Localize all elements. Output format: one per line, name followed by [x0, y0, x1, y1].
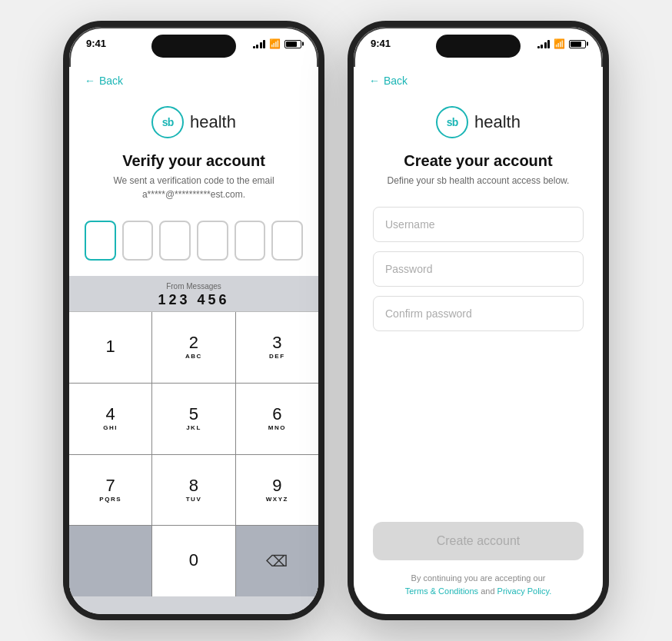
phone2-content: ← Back sb health Create your account Def… [354, 67, 603, 614]
subtitle-line1: We sent a verification code to the email [113, 175, 274, 186]
verify-screen: ← Back sb health Verify your account We … [69, 67, 318, 614]
dynamic-island [151, 35, 236, 58]
phone-verify: 9:41 📶 ← Back sb health [63, 21, 324, 620]
verify-title: Verify your account [69, 144, 318, 174]
otp-box-4[interactable] [197, 221, 228, 261]
sb-logo-1: sb [151, 106, 184, 138]
battery-icon-1 [284, 40, 301, 48]
battery-icon-2 [569, 40, 586, 48]
key-4[interactable]: 4GHI [69, 384, 151, 454]
verify-subtitle: We sent a verification code to the email… [69, 174, 318, 213]
wifi-icon-1: 📶 [269, 38, 281, 49]
back-button-2[interactable]: ← Back [354, 67, 603, 95]
create-account-button[interactable]: Create account [373, 522, 584, 560]
key-delete[interactable]: ⌫ [236, 526, 318, 596]
key-2[interactable]: 2ABC [152, 312, 235, 383]
suggestion-bar: From Messages 123 456 [69, 276, 318, 312]
phone1-content: ← Back sb health Verify your account We … [69, 67, 318, 614]
otp-box-5[interactable] [235, 221, 266, 261]
logo-health-1: health [190, 112, 236, 132]
form-area [354, 199, 603, 514]
footer-terms-link[interactable]: Terms & Conditions [405, 586, 478, 596]
footer-text: By continuing you are accepting our Term… [354, 568, 603, 614]
status-icons-1: 📶 [253, 38, 302, 49]
otp-box-2[interactable] [122, 221, 154, 261]
status-icons-2: 📶 [537, 38, 587, 49]
key-9[interactable]: 9WXYZ [236, 455, 318, 526]
wifi-icon-2: 📶 [554, 38, 565, 49]
suggestion-code: 123 456 [158, 292, 229, 308]
key-5[interactable]: 5JKL [152, 384, 235, 454]
footer-prefix: By continuing you are accepting our [411, 573, 546, 583]
keyboard-area: From Messages 123 456 1 2ABC 3DEF 4GHI 5… [69, 276, 318, 614]
otp-box-1[interactable] [85, 221, 116, 261]
footer-privacy-link[interactable]: Privacy Policy. [497, 586, 552, 596]
create-subtitle: Define your sb health account access bel… [354, 174, 603, 199]
signal-icon-2 [537, 40, 551, 48]
back-label-1: Back [99, 75, 123, 87]
password-input[interactable] [373, 251, 584, 287]
footer-and: and [481, 586, 497, 596]
key-6[interactable]: 6MNO [236, 384, 318, 454]
sb-logo-text-2: sb [447, 116, 457, 128]
key-8[interactable]: 8TUV [152, 455, 235, 526]
back-arrow-icon-2: ← [369, 75, 380, 87]
otp-box-6[interactable] [271, 221, 303, 261]
create-title: Create your account [354, 144, 603, 174]
username-input[interactable] [373, 207, 584, 242]
key-3[interactable]: 3DEF [236, 312, 318, 383]
signal-icon-1 [253, 40, 266, 48]
suggestion-label: From Messages [166, 282, 221, 291]
key-0[interactable]: 0 [152, 526, 235, 596]
sb-logo-text-1: sb [162, 116, 173, 128]
back-button-1[interactable]: ← Back [69, 67, 318, 95]
logo-health-2: health [474, 112, 521, 132]
key-7[interactable]: 7PQRS [69, 455, 151, 526]
sb-logo-2: sb [436, 106, 468, 138]
key-1[interactable]: 1 [69, 312, 151, 383]
create-screen: ← Back sb health Create your account Def… [354, 67, 603, 614]
logo-area-1: sb health [69, 95, 318, 144]
keypad: 1 2ABC 3DEF 4GHI 5JKL 6MNO 7PQRS 8TUV 9W… [69, 312, 318, 596]
phone-create: 9:41 📶 ← Back sb health [348, 21, 609, 620]
logo-area-2: sb health [354, 95, 603, 144]
dynamic-island-2 [436, 35, 521, 58]
back-arrow-icon-1: ← [85, 75, 95, 87]
confirm-password-input[interactable] [373, 296, 584, 331]
otp-box-3[interactable] [159, 221, 191, 261]
otp-row [69, 213, 318, 276]
back-label-2: Back [384, 75, 408, 87]
status-time-1: 9:41 [86, 38, 106, 49]
subtitle-line2: a*****@**********est.com. [142, 189, 245, 200]
key-blank [69, 526, 151, 596]
status-time-2: 9:41 [371, 38, 391, 49]
